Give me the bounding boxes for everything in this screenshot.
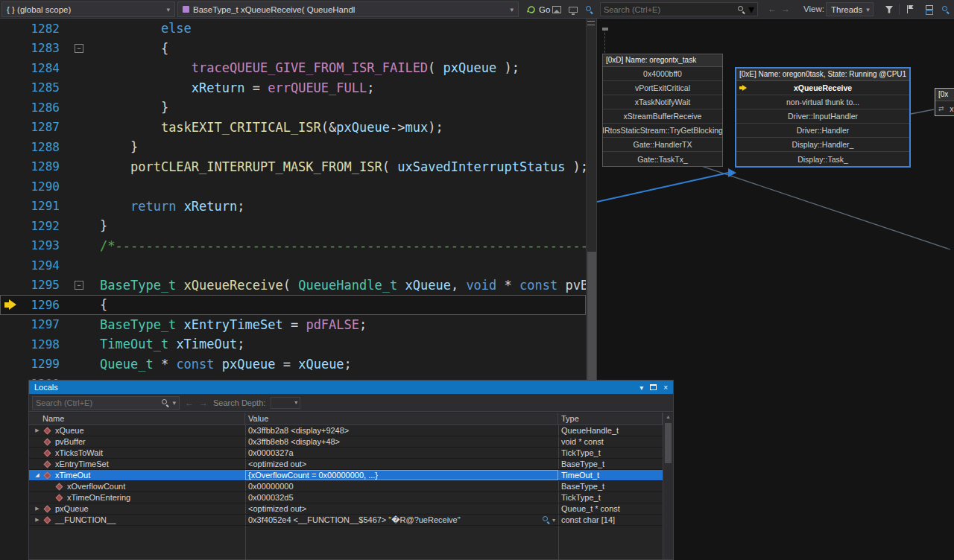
screenshot-button[interactable] [550, 3, 563, 16]
expander-collapsed-icon[interactable]: ▶ [32, 427, 42, 433]
expander-collapsed-icon[interactable]: ▶ [32, 517, 42, 523]
breakpoint-margin[interactable] [0, 374, 21, 394]
stack-frame[interactable]: 0x4000bff0 [603, 67, 722, 81]
scope-dropdown[interactable]: { } (global scope) ▾ [1, 1, 175, 17]
breakpoint-margin[interactable] [0, 39, 21, 59]
code-line[interactable]: 1283− { [0, 39, 586, 59]
locals-row[interactable]: ▶__FUNCTION__0x3f4052e4 <__FUNCTION__$54… [29, 515, 663, 526]
monitor-button[interactable] [566, 3, 580, 16]
locals-row[interactable]: xEntryTimeSet<optimized out>BaseType_t [29, 459, 663, 470]
code-line[interactable]: 1295−BaseType_t xQueueReceive( QueueHand… [0, 276, 586, 296]
fold-margin[interactable]: − [64, 39, 86, 59]
stack-frame[interactable]: ⇄xQu [935, 101, 954, 115]
stack-frame[interactable]: Gate::HandlerTX [603, 138, 722, 152]
search-back-button[interactable]: ← [185, 398, 194, 408]
filter-button[interactable] [882, 3, 896, 16]
window-menu-chevron-icon[interactable]: ▾ [639, 384, 643, 392]
stack-frame[interactable]: Display::Handler_ [736, 138, 909, 152]
code-line[interactable]: 1282 else [0, 19, 586, 39]
locals-row[interactable]: ◢xTimeOut{xOverflowCount = 0x00000000, .… [29, 470, 663, 481]
search-forward-button[interactable]: → [199, 398, 208, 408]
locals-row[interactable]: ▶pxQueue<optimized out>Queue_t * const [29, 503, 663, 515]
stack-frame[interactable]: Driver::InputHandler [736, 109, 909, 124]
splitter-grip-icon[interactable] [587, 21, 595, 25]
breakpoint-margin[interactable] [0, 157, 21, 177]
fold-collapse-icon[interactable]: − [75, 44, 83, 53]
stack-frame[interactable]: Gate::TaskTx_ [603, 152, 722, 166]
stack-frame[interactable]: vPortExitCritical [603, 81, 722, 95]
column-header-type[interactable]: Type [558, 413, 663, 424]
code-line[interactable]: 1297BaseType_t xEntryTimeSet = pdFALSE; [0, 315, 586, 335]
breakpoint-margin[interactable] [0, 236, 21, 256]
editor-scrollbar-thumb[interactable] [587, 252, 596, 380]
stack-frame[interactable]: non-virtual thunk to... [736, 95, 909, 109]
forward-arrow-button[interactable]: → [781, 4, 790, 14]
stack-frame[interactable]: xTaskNotifyWait [603, 95, 722, 109]
method-view-button[interactable] [922, 3, 935, 16]
code-line[interactable]: 1296{ [0, 295, 586, 315]
code-line[interactable]: 1293/*----------------------------------… [0, 236, 586, 256]
find-in-code-button[interactable] [583, 3, 596, 16]
code-line[interactable]: 1285 xReturn = errQUEUE_FULL; [0, 78, 586, 98]
zoom-control-button[interactable] [939, 3, 953, 16]
code-line[interactable]: 1294 [0, 255, 586, 276]
show-flagged-button[interactable] [903, 3, 917, 16]
code-line[interactable]: 1290 [0, 176, 586, 197]
back-arrow-button[interactable]: ← [768, 4, 777, 14]
locals-search-box[interactable]: ▾ [32, 396, 180, 410]
locals-row[interactable]: xOverflowCount0x00000000BaseType_t [29, 481, 663, 492]
stack-frame[interactable]: Driver::Handler [736, 124, 909, 138]
stack-frame-box[interactable]: [0xD] Name: oregontx_task0x4000bff0vPort… [602, 54, 723, 167]
column-header-name[interactable]: Name [29, 413, 245, 424]
breakpoint-margin[interactable] [0, 19, 21, 39]
locals-row[interactable]: pvBuffer0x3ffb8eb8 <display+48>void * co… [29, 436, 663, 448]
stacks-search-input[interactable] [604, 5, 735, 14]
code-line[interactable]: 1292} [0, 216, 586, 236]
fold-collapse-icon[interactable]: − [75, 281, 83, 290]
stack-frame-box[interactable]: [0xE] Name: oregon0task, State: Running … [735, 67, 911, 168]
breakpoint-margin[interactable] [0, 295, 21, 315]
code-line[interactable]: 1284 traceQUEUE_GIVE_FROM_ISR_FAILED( px… [0, 58, 586, 78]
scroll-up-icon[interactable]: ▲ [663, 414, 673, 419]
stacks-search-box[interactable]: ▾ [600, 2, 758, 16]
breakpoint-margin[interactable] [0, 98, 21, 118]
locals-row[interactable]: ▶xQueue0x3ffbb2a8 <display+9248>QueueHan… [29, 425, 663, 436]
window-dock-icon[interactable] [650, 384, 657, 390]
breakpoint-margin[interactable] [0, 354, 21, 375]
locals-title-bar[interactable]: Locals ▾ × [29, 381, 673, 394]
locals-row[interactable]: xTicksToWait0x0000327aTickType_t [29, 448, 663, 459]
breakpoint-margin[interactable] [0, 176, 21, 197]
breakpoint-margin[interactable] [0, 78, 21, 98]
breakpoint-margin[interactable] [0, 137, 21, 157]
locals-row[interactable]: xTimeOnEntering0x000032d5TickType_t [29, 492, 663, 503]
breakpoint-margin[interactable] [0, 118, 21, 138]
breakpoint-margin[interactable] [0, 276, 21, 296]
fold-margin[interactable]: − [64, 276, 86, 296]
code-line[interactable]: 1288 } [0, 137, 586, 157]
locals-search-input[interactable] [36, 398, 159, 407]
stack-frame[interactable]: IRtosStaticStream::TryGetBlocking [603, 124, 722, 138]
code-line[interactable]: 1299Queue_t * const pxQueue = xQueue; [0, 354, 586, 375]
expander-collapsed-icon[interactable]: ▶ [32, 506, 42, 512]
code-line[interactable]: 1291 return xReturn; [0, 197, 586, 217]
breakpoint-margin[interactable] [0, 315, 21, 335]
breakpoint-margin[interactable] [0, 197, 21, 217]
locals-scrollbar-thumb[interactable] [665, 423, 672, 463]
locals-scrollbar[interactable]: ▲ [663, 413, 673, 559]
view-mode-dropdown[interactable]: Threads ▾ [826, 2, 874, 16]
code-line[interactable]: 1286 } [0, 98, 586, 118]
code-line[interactable]: 1289 portCLEAR_INTERRUPT_MASK_FROM_ISR( … [0, 157, 586, 177]
stack-frame[interactable]: xQueueReceive [736, 81, 909, 95]
breakpoint-margin[interactable] [0, 255, 21, 276]
code-line[interactable]: 1287 taskEXIT_CRITICAL_ISR(&pxQueue->mux… [0, 118, 586, 138]
stack-frame[interactable]: Display::Task_ [736, 152, 909, 166]
close-icon[interactable]: × [663, 384, 668, 392]
stack-frame[interactable]: xStreamBufferReceive [603, 109, 722, 124]
chevron-down-icon[interactable]: ▾ [172, 399, 176, 407]
member-dropdown[interactable]: BaseType_t xQueueReceive( QueueHandl ▾ [177, 1, 519, 17]
search-depth-dropdown[interactable]: ▾ [271, 397, 300, 409]
column-header-value[interactable]: Value [245, 413, 558, 424]
code-line[interactable]: 1298TimeOut_t xTimeOut; [0, 334, 586, 354]
stack-frame-box[interactable]: [0x⇄xQu [935, 88, 954, 116]
value-visualizer[interactable]: ▾ [542, 515, 555, 524]
